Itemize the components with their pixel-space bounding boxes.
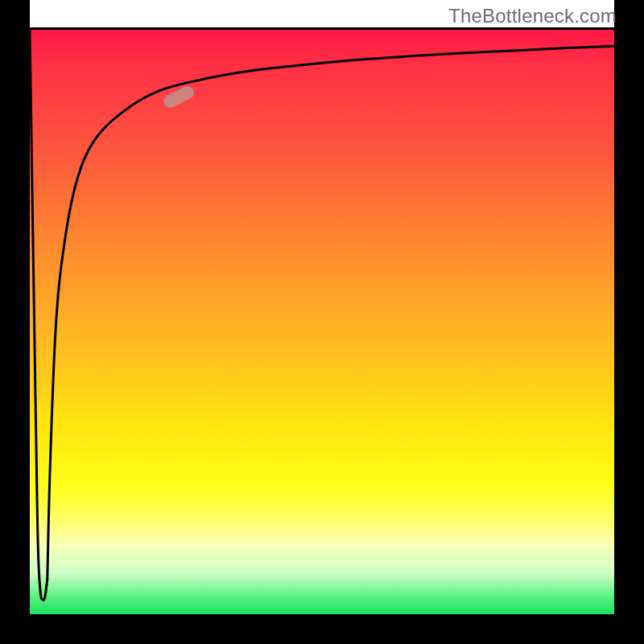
frame-top xyxy=(0,27,644,30)
chart-container: TheBottleneck.com xyxy=(0,0,644,644)
curve-saturation xyxy=(47,46,614,579)
axis-right xyxy=(614,0,644,644)
curve-spike xyxy=(30,30,47,601)
watermark-text: TheBottleneck.com xyxy=(448,5,617,27)
axis-left xyxy=(0,0,30,644)
axis-bottom xyxy=(0,614,644,644)
plot-overlay xyxy=(30,30,614,614)
